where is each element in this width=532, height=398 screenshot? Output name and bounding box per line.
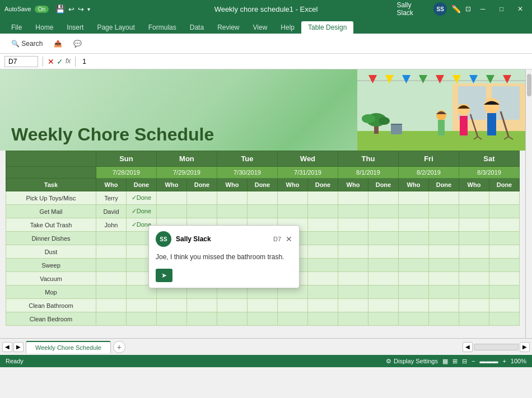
day-cell[interactable] xyxy=(489,272,519,285)
sun-who-cell[interactable]: Terry xyxy=(96,191,126,205)
day-cell[interactable] xyxy=(277,299,307,312)
day-cell[interactable] xyxy=(338,205,368,218)
day-cell[interactable] xyxy=(398,232,428,245)
tab-help[interactable]: Help xyxy=(274,21,301,34)
day-cell[interactable] xyxy=(398,272,428,285)
redo-icon[interactable]: ↪ xyxy=(78,5,84,13)
day-cell[interactable] xyxy=(398,259,428,272)
day-cell[interactable] xyxy=(217,299,247,312)
day-cell[interactable] xyxy=(307,205,338,218)
day-cell[interactable] xyxy=(338,312,368,326)
day-cell[interactable] xyxy=(338,245,368,259)
day-cell[interactable] xyxy=(338,232,368,245)
day-cell[interactable] xyxy=(489,299,519,312)
day-cell[interactable] xyxy=(307,259,338,272)
vertical-scrollbar[interactable] xyxy=(525,69,532,338)
sun-done-cell[interactable]: ✓Done xyxy=(126,191,156,205)
formula-fx-icon[interactable]: fx xyxy=(66,57,71,66)
day-cell[interactable] xyxy=(428,299,459,312)
day-cell[interactable] xyxy=(368,259,398,272)
task-name-cell[interactable]: Pick Up Toys/Misc xyxy=(6,191,96,205)
day-cell[interactable] xyxy=(459,285,489,299)
h-scroll-left[interactable]: ◀ xyxy=(463,342,473,352)
day-cell[interactable] xyxy=(398,191,428,205)
day-cell[interactable] xyxy=(398,205,428,218)
day-cell[interactable] xyxy=(307,299,338,312)
day-cell[interactable] xyxy=(368,232,398,245)
zoom-slider[interactable]: ▬▬▬ xyxy=(479,358,498,364)
close-button[interactable]: ✕ xyxy=(513,3,528,15)
day-cell[interactable] xyxy=(368,245,398,259)
day-cell[interactable] xyxy=(428,218,459,232)
day-cell[interactable] xyxy=(459,232,489,245)
day-cell[interactable] xyxy=(277,205,307,218)
tab-view[interactable]: View xyxy=(246,21,274,34)
day-cell[interactable] xyxy=(368,272,398,285)
restore-icon[interactable]: ⊡ xyxy=(465,5,471,13)
day-cell[interactable] xyxy=(368,312,398,326)
task-name-cell[interactable]: Mop xyxy=(6,285,96,299)
dropdown-icon[interactable]: ▾ xyxy=(87,6,90,12)
day-cell[interactable] xyxy=(398,299,428,312)
h-scroll-right[interactable]: ▶ xyxy=(520,342,530,352)
formula-input[interactable] xyxy=(80,57,528,67)
day-cell[interactable] xyxy=(247,299,277,312)
task-name-cell[interactable]: Vacuum xyxy=(6,272,96,285)
save-icon[interactable]: 💾 xyxy=(55,4,65,13)
task-name-cell[interactable]: Dinner Dishes xyxy=(6,232,96,245)
tab-formulas[interactable]: Formulas xyxy=(142,21,183,34)
tab-file[interactable]: File xyxy=(4,21,29,34)
tab-insert[interactable]: Insert xyxy=(60,21,90,34)
day-cell[interactable] xyxy=(459,259,489,272)
page-break-icon[interactable]: ⊟ xyxy=(462,358,467,365)
day-cell[interactable] xyxy=(217,191,247,205)
tab-review[interactable]: Review xyxy=(211,21,246,34)
day-cell[interactable] xyxy=(338,285,368,299)
task-name-cell[interactable]: Take Out Trash xyxy=(6,218,96,232)
minimize-button[interactable]: ─ xyxy=(475,3,490,15)
page-layout-icon[interactable]: ⊞ xyxy=(452,358,458,365)
day-cell[interactable] xyxy=(338,191,368,205)
task-name-cell[interactable]: Clean Bathroom xyxy=(6,299,96,312)
normal-view-icon[interactable]: ▦ xyxy=(442,358,448,365)
day-cell[interactable] xyxy=(398,285,428,299)
tab-page-layout[interactable]: Page Layout xyxy=(90,21,141,34)
day-cell[interactable] xyxy=(459,205,489,218)
sheet-tab-weekly-chore[interactable]: Weekly Chore Schedule xyxy=(26,341,111,353)
day-cell[interactable] xyxy=(368,285,398,299)
sun-who-cell[interactable] xyxy=(96,232,126,245)
day-cell[interactable] xyxy=(307,232,338,245)
ribbon-comment-btn[interactable]: 💬 xyxy=(69,38,86,49)
tab-data[interactable]: Data xyxy=(183,21,211,34)
day-cell[interactable] xyxy=(428,245,459,259)
day-cell[interactable] xyxy=(156,191,186,205)
day-cell[interactable] xyxy=(368,205,398,218)
day-cell[interactable] xyxy=(428,312,459,326)
day-cell[interactable] xyxy=(489,285,519,299)
day-cell[interactable] xyxy=(489,259,519,272)
day-cell[interactable] xyxy=(368,299,398,312)
day-cell[interactable] xyxy=(338,272,368,285)
day-cell[interactable] xyxy=(217,312,247,326)
day-cell[interactable] xyxy=(307,312,338,326)
task-name-cell[interactable]: Sweep xyxy=(6,259,96,272)
day-cell[interactable] xyxy=(156,299,186,312)
sun-who-cell[interactable]: David xyxy=(96,205,126,218)
day-cell[interactable] xyxy=(489,205,519,218)
day-cell[interactable] xyxy=(489,232,519,245)
sun-who-cell[interactable] xyxy=(96,299,126,312)
day-cell[interactable] xyxy=(307,191,338,205)
day-cell[interactable] xyxy=(428,285,459,299)
day-cell[interactable] xyxy=(186,299,217,312)
sun-who-cell[interactable] xyxy=(96,245,126,259)
scrollbar-thumb[interactable] xyxy=(527,74,531,96)
day-cell[interactable] xyxy=(307,272,338,285)
day-cell[interactable] xyxy=(156,205,186,218)
day-cell[interactable] xyxy=(186,312,217,326)
tab-table-design[interactable]: Table Design xyxy=(301,21,353,34)
day-cell[interactable] xyxy=(307,245,338,259)
sun-who-cell[interactable] xyxy=(96,272,126,285)
sun-who-cell[interactable]: John xyxy=(96,218,126,232)
pen-icon[interactable]: ✏️ xyxy=(451,4,461,13)
sun-done-cell[interactable] xyxy=(126,312,156,326)
